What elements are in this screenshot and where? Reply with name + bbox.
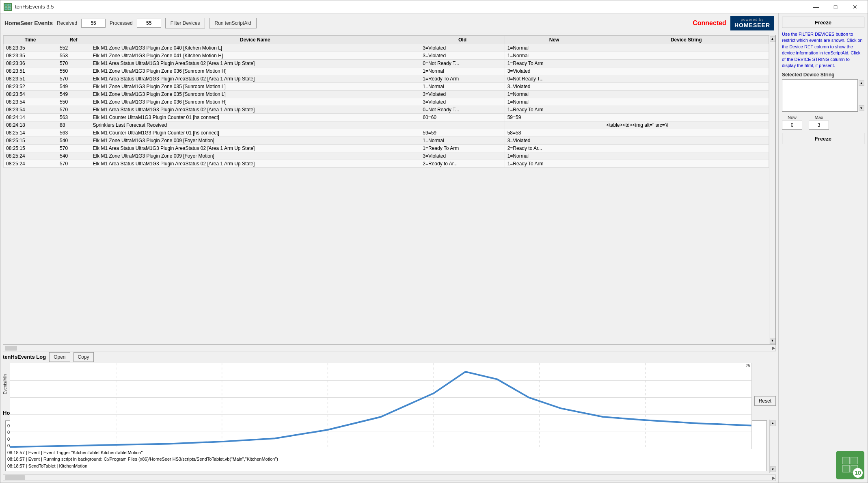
table-row[interactable]: 08:23:54570Elk M1 Area Status UltraM1G3 … bbox=[4, 106, 769, 113]
selected-device-string-section: Selected Device String ▲ ▼ bbox=[782, 72, 864, 112]
selected-device-string-label: Selected Device String bbox=[782, 72, 864, 78]
icon-cell-1 bbox=[842, 457, 850, 464]
maximize-button[interactable]: □ bbox=[826, 0, 845, 13]
table-row[interactable]: 08:23:52549Elk M1 Zone UltraM1G3 Plugin … bbox=[4, 82, 769, 90]
freeze-button-bottom[interactable]: Freeze bbox=[782, 133, 864, 144]
icon-cell-3 bbox=[842, 465, 850, 472]
run-tenscriptaid-button[interactable]: Run tenScriptAid bbox=[209, 18, 256, 28]
left-panel: HomeSeer Events Received Processed Filte… bbox=[0, 13, 778, 483]
queue-section: Now Max bbox=[782, 115, 864, 130]
filter-devices-button[interactable]: Filter Devices bbox=[165, 18, 205, 28]
log-line: 08:18:57 | Event | Event Trigger "Kitche… bbox=[7, 449, 765, 456]
title-bar: tenHsEvents 3.5 — □ ✕ bbox=[0, 0, 868, 13]
queue-now-input[interactable] bbox=[782, 121, 802, 130]
log-line: 08:18:57 | SendToTablet | KitchenMotion bbox=[7, 463, 765, 470]
homeseer-logo: powered by HOMESEER bbox=[730, 16, 774, 30]
col-device-name: Device Name bbox=[90, 35, 420, 44]
chart-y-label: Events/Min bbox=[3, 374, 7, 394]
title-bar-text: tenHsEvents 3.5 bbox=[15, 4, 807, 10]
now-label: Now bbox=[788, 115, 797, 120]
table-row[interactable]: 08:23:35553Elk M1 Zone UltraM1G3 Plugin … bbox=[4, 52, 769, 59]
close-button[interactable]: ✕ bbox=[846, 0, 864, 13]
freeze-button-top[interactable]: Freeze bbox=[782, 17, 864, 28]
col-new: New bbox=[505, 35, 604, 44]
table-row[interactable]: 08:23:54549Elk M1 Zone UltraM1G3 Plugin … bbox=[4, 90, 769, 98]
chart-inner: 25 bbox=[10, 363, 752, 450]
table-row[interactable]: 08:23:35552Elk M1 Zone UltraM1G3 Plugin … bbox=[4, 44, 769, 52]
reset-button[interactable]: Reset bbox=[754, 396, 776, 406]
right-panel: Freeze Use the FILTER DEVICES button to … bbox=[778, 13, 868, 483]
icon-cell-2 bbox=[851, 457, 858, 464]
log-scroll-down[interactable]: ▼ bbox=[770, 466, 776, 472]
copy-log-button[interactable]: Copy bbox=[73, 352, 94, 362]
table-row[interactable]: 08:23:36570Elk M1 Area Status UltraM1G3 … bbox=[4, 59, 769, 67]
title-bar-controls: — □ ✕ bbox=[807, 0, 864, 13]
homeseer-logo-text: HOMESEER bbox=[734, 22, 770, 29]
max-label: Max bbox=[815, 115, 823, 120]
col-time: Time bbox=[4, 35, 57, 44]
col-old: Old bbox=[420, 35, 505, 44]
table-row[interactable]: 08:23:51570Elk M1 Area Status UltraM1G3 … bbox=[4, 75, 769, 82]
device-scroll-down[interactable]: ▼ bbox=[859, 105, 864, 111]
table-row[interactable]: 08:25:15540Elk M1 Zone UltraM1G3 Plugin … bbox=[4, 136, 769, 144]
log-scrollbar-h[interactable]: ▶ bbox=[3, 474, 776, 481]
col-ref: Ref bbox=[57, 35, 90, 44]
events-table: Time Ref Device Name Old New Device Stri… bbox=[3, 35, 769, 168]
log-line: 08:18:57 | Event | Running script in bac… bbox=[7, 456, 765, 463]
received-label: Received bbox=[57, 20, 77, 26]
table-row[interactable]: 08:25:14563Elk M1 Counter UltraM1G3 Plug… bbox=[4, 129, 769, 136]
processed-label: Processed bbox=[110, 20, 133, 26]
svg-rect-0 bbox=[5, 4, 7, 6]
table-row[interactable]: 08:23:54550Elk M1 Zone UltraM1G3 Plugin … bbox=[4, 98, 769, 106]
device-string-scrollbar[interactable]: ▲ ▼ bbox=[858, 79, 864, 112]
chart-svg bbox=[10, 363, 751, 449]
received-input[interactable] bbox=[81, 19, 106, 28]
table-row[interactable]: 08:25:15570Elk M1 Area Status UltraM1G3 … bbox=[4, 144, 769, 152]
chart-section: Events/Min 25 bbox=[0, 363, 778, 407]
open-button[interactable]: Open bbox=[49, 352, 70, 362]
app-icon bbox=[4, 3, 12, 11]
log-scrollbar-v[interactable]: ▲ ▼ bbox=[769, 420, 776, 473]
header-title: HomeSeer Events bbox=[4, 20, 53, 26]
events-table-scroll[interactable]: Time Ref Device Name Old New Device Stri… bbox=[3, 35, 769, 344]
chart-y-max: 25 bbox=[746, 364, 750, 368]
bottom-icon: 10 bbox=[836, 451, 864, 479]
svg-rect-3 bbox=[8, 7, 11, 10]
events-table-container: Time Ref Device Name Old New Device Stri… bbox=[3, 35, 776, 345]
log-scroll-up[interactable]: ▲ bbox=[770, 420, 776, 426]
table-row[interactable]: 08:24:1888Sprinklers Last Forecast Recei… bbox=[4, 121, 769, 129]
table-row[interactable]: 08:25:24570Elk M1 Area Status UltraM1G3 … bbox=[4, 160, 769, 167]
powered-by-text: powered by bbox=[741, 17, 764, 22]
device-scroll-up[interactable]: ▲ bbox=[859, 80, 864, 86]
table-row[interactable]: 08:25:24540Elk M1 Zone UltraM1G3 Plugin … bbox=[4, 152, 769, 160]
chart-wrapper: 25 bbox=[10, 363, 752, 406]
main-window: tenHsEvents 3.5 — □ ✕ HomeSeer Events Re… bbox=[0, 0, 868, 483]
table-row[interactable]: 08:23:51550Elk M1 Zone UltraM1G3 Plugin … bbox=[4, 67, 769, 75]
tenhsevents-log-row: tenHsEvents Log Open Copy bbox=[0, 351, 778, 363]
device-string-box[interactable] bbox=[782, 79, 858, 112]
processed-input[interactable] bbox=[137, 19, 161, 28]
col-device-string: Device String bbox=[604, 35, 769, 44]
table-scrollbar-v[interactable]: ▲ ▼ bbox=[769, 35, 775, 344]
svg-rect-2 bbox=[5, 7, 7, 10]
table-row[interactable]: 08:24:14563Elk M1 Counter UltraM1G3 Plug… bbox=[4, 113, 769, 121]
scroll-up-btn[interactable]: ▲ bbox=[770, 36, 775, 42]
svg-rect-1 bbox=[8, 4, 11, 6]
icon-badge: 10 bbox=[853, 468, 863, 478]
device-string-outer: ▲ ▼ bbox=[782, 79, 864, 112]
help-text: Use the FILTER DEVICES button to restric… bbox=[782, 31, 864, 69]
queue-now-item: Now bbox=[782, 115, 802, 130]
main-content: HomeSeer Events Received Processed Filte… bbox=[0, 13, 868, 483]
minimize-button[interactable]: — bbox=[807, 0, 825, 13]
table-scrollbar-h[interactable]: ▶ bbox=[3, 345, 776, 351]
tenhsevents-log-label: tenHsEvents Log bbox=[3, 354, 46, 360]
connected-label: Connected bbox=[693, 19, 726, 27]
queue-max-item: Max bbox=[809, 115, 829, 130]
header-bar: HomeSeer Events Received Processed Filte… bbox=[0, 13, 778, 33]
queue-max-input[interactable] bbox=[809, 121, 829, 130]
scroll-down-btn[interactable]: ▼ bbox=[770, 338, 775, 344]
